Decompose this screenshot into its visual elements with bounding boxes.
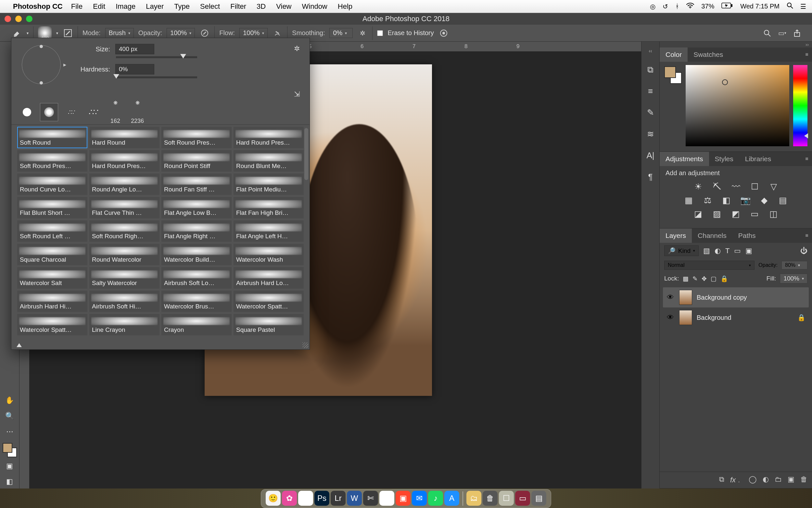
clock[interactable]: Wed 7:15 PM (740, 3, 779, 10)
tab-color[interactable]: Color (660, 47, 687, 62)
brush-preset-item[interactable]: Soft Round Pres… (17, 150, 87, 172)
brush-preset-item[interactable]: Round Curve Lo… (17, 174, 87, 195)
layers-panel-menu-icon[interactable]: ≡ (802, 228, 812, 243)
color-balance-icon[interactable]: ⚖ (702, 195, 714, 205)
dock-app[interactable]: ▤ (531, 491, 546, 506)
color-fg-bg-swatch[interactable] (664, 66, 682, 84)
layer-thumbnail[interactable] (679, 310, 692, 325)
layer-fx-icon[interactable]: fx﹒ (730, 475, 743, 485)
history-panel-icon[interactable]: ⧉ (645, 64, 657, 75)
dock-app[interactable]: ▭ (515, 491, 530, 506)
search-icon[interactable] (762, 28, 772, 38)
dock-app[interactable]: ♪ (428, 491, 443, 506)
brush-preset-item[interactable]: Flat Angle Low B… (161, 197, 232, 218)
opacity-field[interactable]: 100%▾ (166, 28, 195, 38)
tab-paths[interactable]: Paths (732, 228, 762, 243)
exposure-icon[interactable]: ☐ (749, 181, 761, 192)
layer-thumbnail[interactable] (679, 290, 692, 305)
brush-popup-gear-icon[interactable]: ✲ (291, 43, 303, 55)
brush-tip-scatter1[interactable]: ∴∵ (62, 103, 80, 121)
brush-preset-item[interactable]: Square Pastel (234, 314, 304, 335)
dock-app[interactable]: Lr (331, 491, 346, 506)
brush-panel-toggle-icon[interactable] (63, 28, 73, 38)
brush-angle-control[interactable]: ▸ (22, 45, 61, 84)
brush-preset-item[interactable]: Flat Fan High Bri… (234, 197, 304, 218)
brush-preset-item[interactable]: Round Angle Lo… (89, 174, 159, 195)
properties-panel-icon[interactable]: ≡ (645, 85, 657, 97)
dock-app[interactable]: ✿ (282, 491, 297, 506)
selective-color-icon[interactable]: ◫ (768, 209, 779, 219)
dock-app[interactable]: A (444, 491, 459, 506)
brush-hardness-field[interactable]: 0% (115, 64, 154, 75)
brush-preset-item[interactable]: Soft Round (17, 127, 87, 148)
dock-app[interactable]: 🗂 (466, 491, 481, 506)
new-group-icon[interactable]: 🗀 (775, 475, 782, 485)
tab-layers[interactable]: Layers (660, 228, 692, 243)
brush-tip-scatter2[interactable]: ∴∵ (84, 103, 102, 121)
dock-app[interactable]: ▦ (379, 491, 394, 506)
brush-preset-item[interactable]: Hard Round Pres… (89, 150, 159, 172)
lock-all-icon[interactable]: 🔒 (720, 275, 728, 283)
brush-preset-item[interactable]: Watercolor Spatt… (17, 314, 87, 335)
brush-preset-item[interactable]: Round Watercolor (89, 244, 159, 265)
brush-preset-item[interactable]: Round Blunt Me… (234, 150, 304, 172)
brush-list-scrollbar[interactable] (304, 128, 308, 180)
filter-pixel-icon[interactable]: ▧ (703, 247, 710, 255)
brush-preset-item[interactable]: Flat Point Mediu… (234, 174, 304, 195)
brush-size-field[interactable]: 400 px (115, 44, 154, 54)
dock-app[interactable]: Ps (315, 491, 329, 506)
brush-popup-expand-icon[interactable] (16, 343, 22, 347)
layer-name[interactable]: Background (697, 314, 793, 322)
layer-visibility-icon[interactable]: 👁 (666, 293, 675, 302)
brush-preset-item[interactable]: Watercolor Spatt… (234, 291, 304, 312)
menu-file[interactable]: File (71, 2, 83, 10)
share-icon[interactable] (792, 28, 802, 38)
spotlight-icon[interactable] (787, 2, 793, 10)
menu-filter[interactable]: Filter (230, 2, 246, 10)
app-name[interactable]: Photoshop CC (13, 2, 63, 11)
workspace-switcher-icon[interactable]: ▭ ▾ (777, 28, 787, 38)
character-panel-icon[interactable]: A| (645, 150, 657, 161)
airbrush-icon[interactable] (272, 28, 283, 38)
dock-app[interactable]: ▣ (396, 491, 411, 506)
layer-filter-kind[interactable]: 🔎 Kind ▾ (664, 245, 699, 256)
brush-popup-resize-handle[interactable] (302, 342, 308, 348)
layer-name[interactable]: Background copy (697, 294, 806, 301)
mode-dropdown[interactable]: Brush▾ (105, 28, 134, 38)
smoothing-options-icon[interactable]: ✲ (357, 28, 368, 38)
brush-preset-item[interactable]: Airbrush Hard Lo… (234, 267, 304, 289)
menu-image[interactable]: Image (115, 2, 135, 10)
foreground-background-swatch[interactable] (3, 443, 17, 457)
tab-swatches[interactable]: Swatches (687, 47, 729, 62)
wifi-icon[interactable] (686, 3, 694, 10)
timemachine-icon[interactable]: ↺ (663, 3, 668, 10)
adjustments-panel-menu-icon[interactable]: ≡ (802, 152, 812, 166)
menu-window[interactable]: Window (302, 2, 327, 10)
screen-mode-icon[interactable]: ▣ (3, 459, 16, 473)
battery-icon[interactable] (721, 3, 733, 10)
eraser-tool-icon[interactable] (12, 28, 22, 38)
bluetooth-icon[interactable]: ᚼ (675, 3, 679, 10)
hue-sat-icon[interactable]: ▦ (683, 195, 695, 205)
brush-tip-hard[interactable] (18, 103, 36, 121)
brushes-panel-icon[interactable]: ✎ (645, 107, 657, 118)
paragraph-panel-icon[interactable]: ¶ (645, 171, 657, 183)
lock-transparency-icon[interactable]: ▩ (683, 275, 688, 283)
brush-preset-item[interactable]: Flat Angle Right … (161, 220, 232, 242)
fill-field[interactable]: 100%▾ (780, 274, 807, 284)
brush-preset-item[interactable]: Soft Round Pres… (161, 127, 232, 148)
brush-preset-item[interactable]: Round Point Stiff (161, 150, 232, 172)
layer-visibility-icon[interactable]: 👁 (666, 313, 675, 322)
brush-preset-item[interactable]: Soft Round Left … (17, 220, 87, 242)
dock-app[interactable]: ☐ (499, 491, 514, 506)
minimize-window-button[interactable] (15, 15, 22, 22)
zoom-window-button[interactable] (26, 15, 33, 22)
menu-help[interactable]: Help (338, 2, 352, 10)
color-field[interactable] (686, 65, 789, 146)
zoom-tool-icon[interactable]: 🔍 (3, 409, 16, 423)
brush-preset-item[interactable]: Airbrush Soft Hi… (89, 291, 159, 312)
color-lookup-icon[interactable]: ▤ (777, 195, 789, 205)
tab-styles[interactable]: Styles (709, 152, 739, 166)
brush-preset-item[interactable]: Line Crayon (89, 314, 159, 335)
flow-field[interactable]: 100%▾ (239, 28, 268, 38)
